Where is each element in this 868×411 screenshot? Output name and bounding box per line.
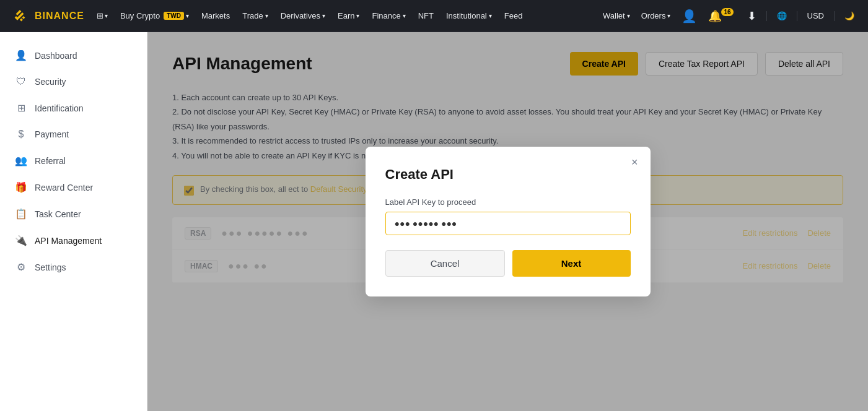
- currency-selector[interactable]: USD: [804, 9, 828, 23]
- modal-title: Create API: [385, 167, 631, 183]
- sidebar-label-payment: Payment: [35, 129, 69, 139]
- apps-grid-button[interactable]: ⊞ ▾: [92, 9, 113, 23]
- buy-crypto-chevron: ▾: [186, 12, 189, 19]
- nav-institutional[interactable]: Institutional▾: [441, 9, 497, 23]
- main-layout: 👤 Dashboard 🛡 Security ⊞ Identification …: [0, 32, 868, 411]
- nav-buy-crypto[interactable]: Buy Crypto TWD ▾: [115, 9, 194, 23]
- notification-count: 16: [721, 8, 733, 16]
- avatar-icon: 👤: [682, 9, 697, 24]
- theme-toggle[interactable]: 🌙: [841, 9, 858, 23]
- sidebar-item-settings[interactable]: ⚙ Settings: [0, 254, 147, 280]
- nav-buy-crypto-label: Buy Crypto: [120, 11, 160, 20]
- nav-divider-2: [797, 11, 797, 21]
- modal-buttons: Cancel Next: [385, 250, 631, 277]
- modal-next-button[interactable]: Next: [512, 250, 631, 277]
- download-button[interactable]: ⬇: [743, 7, 760, 25]
- wallet-button[interactable]: Wallet ▾: [599, 9, 634, 23]
- sidebar-label-api: API Management: [35, 236, 102, 246]
- sidebar-label-dashboard: Dashboard: [35, 51, 77, 61]
- payment-icon: $: [15, 129, 27, 140]
- modal-cancel-button[interactable]: Cancel: [385, 250, 505, 277]
- notification-button[interactable]: 🔔 16: [704, 7, 739, 25]
- apps-chevron-icon: ▾: [105, 12, 108, 19]
- modal-close-button[interactable]: ×: [631, 157, 638, 168]
- task-icon: 📋: [15, 208, 27, 220]
- download-icon: ⬇: [747, 9, 756, 23]
- modal-input-label: Label API Key to proceed: [385, 197, 631, 207]
- sidebar-item-dashboard[interactable]: 👤 Dashboard: [0, 42, 147, 69]
- bell-icon: 🔔: [708, 9, 722, 23]
- dashboard-icon: 👤: [15, 50, 27, 61]
- nav-markets[interactable]: Markets: [196, 9, 235, 23]
- sidebar-item-identification[interactable]: ⊞ Identification: [0, 95, 147, 121]
- modal-overlay[interactable]: Create API × Label API Key to proceed Ca…: [147, 32, 868, 411]
- nav-divider-3: [834, 11, 835, 21]
- sidebar-label-reward: Reward Center: [35, 183, 93, 193]
- api-icon: 🔌: [15, 235, 27, 246]
- id-icon: ⊞: [15, 102, 27, 114]
- settings-icon: ⚙: [15, 261, 27, 273]
- shield-icon: 🛡: [15, 76, 27, 87]
- language-button[interactable]: 🌐: [773, 9, 791, 23]
- sidebar-label-referral: Referral: [35, 156, 66, 166]
- api-label-input[interactable]: [385, 212, 631, 235]
- sidebar-item-security[interactable]: 🛡 Security: [0, 69, 147, 95]
- logo-text: BINANCE: [35, 11, 84, 22]
- globe-icon: 🌐: [777, 11, 787, 20]
- sidebar-item-referral[interactable]: 👥 Referral: [0, 147, 147, 174]
- binance-logo-icon: [10, 6, 30, 26]
- sidebar-label-task: Task Center: [35, 209, 81, 219]
- apps-grid-icon: ⊞: [97, 11, 103, 20]
- twd-badge: TWD: [164, 12, 184, 20]
- logo-area[interactable]: BINANCE: [10, 6, 84, 26]
- create-api-modal: Create API × Label API Key to proceed Ca…: [366, 147, 651, 296]
- nav-divider: [766, 11, 767, 21]
- nav-feed[interactable]: Feed: [499, 9, 528, 23]
- sidebar-item-api-management[interactable]: 🔌 API Management: [0, 227, 147, 254]
- orders-button[interactable]: Orders ▾: [638, 9, 675, 23]
- sidebar-item-payment[interactable]: $ Payment: [0, 121, 147, 147]
- profile-avatar[interactable]: 👤: [678, 6, 701, 26]
- top-navigation: BINANCE ⊞ ▾ Buy Crypto TWD ▾ Markets Tra…: [0, 0, 868, 32]
- nav-derivatives[interactable]: Derivatives▾: [276, 9, 330, 23]
- nav-earn[interactable]: Earn▾: [333, 9, 364, 23]
- sidebar-item-task-center[interactable]: 📋 Task Center: [0, 201, 147, 227]
- sidebar-label-security: Security: [35, 77, 66, 87]
- moon-icon: 🌙: [844, 11, 854, 20]
- nav-right-area: Wallet ▾ Orders ▾ 👤 🔔 16 ⬇ 🌐 USD 🌙: [599, 6, 858, 26]
- nav-nft[interactable]: NFT: [413, 9, 439, 23]
- nav-finance[interactable]: Finance▾: [367, 9, 410, 23]
- reward-icon: 🎁: [15, 181, 27, 193]
- main-content: API Management Create API Create Tax Rep…: [147, 32, 868, 411]
- nav-trade[interactable]: Trade▾: [237, 9, 273, 23]
- sidebar-item-reward-center[interactable]: 🎁 Reward Center: [0, 174, 147, 201]
- sidebar-label-identification: Identification: [35, 103, 84, 113]
- referral-icon: 👥: [15, 155, 27, 167]
- sidebar-label-settings: Settings: [35, 262, 66, 272]
- sidebar: 👤 Dashboard 🛡 Security ⊞ Identification …: [0, 32, 147, 411]
